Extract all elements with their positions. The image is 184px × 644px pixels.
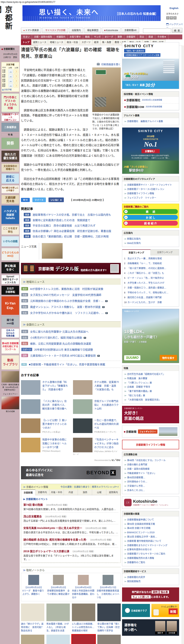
recommend-card[interactable]: 一生に一度の検査で、がんの遺伝的傾向を調べる PR(株式会社ユーグレナ) [73,418,121,433]
related-link[interactable]: 信長の愛刀「薬研藤四郎」初公開 京都・建勲神社、刀匠が再現 [32,235,109,238]
search-input[interactable] [143,28,171,33]
special-link[interactable]: 吉村芳生作品展「超絶技巧を超えて」 [124,372,177,376]
shinto-city-ad-1[interactable]: SHINTO CITY 「東京」駅へ直通30分大型複合施設エリア コクーンシティ… [122,42,179,89]
english-link[interactable]: English [170,7,183,10]
business-link[interactable]: 京都新聞後援申請について [124,518,177,522]
facebook-like-button[interactable]: いいね！ 0 [48,198,64,202]
note-card[interactable]: 【2019年5月1日】 彦根警官射殺事件 全ての警官に拳銃必要か [47,575,70,599]
events-tab[interactable]: 洛西 [78,490,92,495]
ranking-item[interactable]: これが「隕石から… 初「流星刀」も [124,272,177,275]
font-size-button[interactable]: 中 [170,16,173,20]
pr-photo-card[interactable]: PR BMWと東北建築めぐりの旅へ、快適なドライブを叶える先進の機能とは？ wi… [21,635,44,644]
side-ad-banner[interactable]: 京都新聞データベース 日経テレコン [1,113,19,121]
business-link[interactable]: 京都碁所のご案内 [124,560,177,565]
business-link[interactable]: 第55回 全国高校将棋竜王戦 [124,522,177,526]
main-tab[interactable]: 地域ニュース [48,39,65,45]
suumo-button[interactable]: 物件を探す [160,355,177,361]
events-tab[interactable]: 京都市内 [35,490,50,495]
category-bar-item[interactable]: 老舗案内 [54,34,68,39]
events-tab[interactable]: 滋賀県内 [106,490,121,495]
ad-tieup-link[interactable]: 第48回「お話を絵にする」コンクール [124,458,177,462]
related-link[interactable]: 金閣寺に足利義満が造成した幻の池 発掘調査で [32,219,90,222]
digital-edition-banner[interactable]: 京都新聞 デジタル版 他府県の方も読めます!! [21,263,121,274]
recruit-row[interactable]: ◆ 京都新聞社 2020年4月入社採用情報 [122,97,179,104]
recommend-card[interactable]: 「先見のベンチャーキャピタル」が持つ独自のプロセスに迫る PR(Forbes J… [73,438,121,455]
side-ad-banner[interactable]: 旬の献立を探しに 小平泰子 [1,185,19,193]
article-photo[interactable] [92,68,121,112]
digital-media-link[interactable]: フェイスブック ツイッター [124,196,177,200]
recommend-card[interactable]: ホテル激増の京都「料金下がった」「稼働落ちた」 同業者の嘆き [21,380,69,395]
recommend-card[interactable]: ホテル閉館、従業員70人解雇 京都・温泉「大家族の湯」も [73,380,121,395]
recommend-card[interactable]: 「バスに乗れない」住民の声 京都市バス、観光客の乗り場分離へ [21,399,69,414]
main-tab[interactable]: スポーツ [80,39,92,45]
scrollbar[interactable]: ▲ [182,11,184,644]
ad-tieup-link[interactable]: 京都・滋賀の病院検索 [124,467,177,471]
pr-photo-card[interactable]: PR 持病があっても入れる人気医療保険とは？ pr.healthinsuranc… [46,635,70,644]
event-item[interactable]: 2019 国立ボリショイサーカス京都公演 （2019年05月11日 掲載） 高度… [23,548,118,563]
news-link[interactable]: 女子中学生62人がかゆみや腫れ訴え ソフトテニス応援中、… [30,312,104,314]
side-ad-banner[interactable]: こころを託す 華包 [1,226,19,235]
category-bar-item[interactable]: その他▼ [155,34,169,39]
event-title[interactable]: 謎の蒔絵師 永田友治 -尾形光琳の後継者を名乗った男- [23,538,87,541]
main-tab[interactable]: トップ [21,39,31,45]
side-ad-banner[interactable]: 撮り鉄 web版 [1,316,19,327]
subscribe-button[interactable]: 購 読 [123,209,178,214]
events-tab[interactable]: 丹後・中丹 [50,490,64,495]
news-photo-thumb[interactable] [42,243,63,259]
category-bar-item[interactable]: サンガ [92,34,103,39]
recommend-card[interactable]: 京阪グループの専門店街に 大丸撤退のラクト山科 [73,399,121,414]
side-ad-banner[interactable]: Ki-Yan Exp. [1,296,19,315]
photogallery-banner[interactable]: ◆ 京都新聞 フォトギャラリー [122,426,179,438]
special-link[interactable]: 「大徳寺龍光院 国宝曜変天目」 [124,398,177,402]
events-tab[interactable]: 山城 [92,490,106,495]
event-item[interactable]: 茂山狂言鑑賞会 （2019年05月14日 掲載） 茂山千五郎家一門による茂山狂言… [23,513,118,524]
special-link[interactable]: 「川勝コレクション」展 [124,381,177,385]
news-link[interactable]: AIが感情やストレス分析、業務改善に活用 村田製が実証実験 [30,288,103,290]
ad-tieup-link[interactable]: 京都の頼れる専門家 [124,462,177,467]
service-button[interactable]: 出版案内 [69,28,83,33]
ranking-item[interactable]: 虫よけスプレー嫌… 用務員を懲戒 [124,257,177,260]
side-ad-banner[interactable]: 隠れた刃 優生保護法 [1,150,19,162]
service-button[interactable]: 京都新聞AR [122,28,139,33]
ranking-item[interactable]: 不明のゆうパック… で、荷物は積んだ… [124,291,177,294]
business-link[interactable]: 第32回 京都私立中学・高校… [124,535,177,539]
recommend-photo-card[interactable]: 熊本電鉄で脱線、けが人なし 2年前も発生、調査官を派遣 [46,604,70,632]
side-ad-banner[interactable]: いきもの図鑑 [1,236,19,246]
business-link[interactable]: 京都新聞デジタルサイネージのご案内 [124,552,177,556]
business-link[interactable]: BIWAKOビエンナーレ2019 [124,530,177,535]
press-club-ad[interactable]: 日本記者クラブ [122,604,150,617]
digital-media-link[interactable]: 京都新聞ライフライン情報 [124,192,177,196]
category-bar-item[interactable]: 京都・滋賀の病院 [32,34,54,39]
events-quick-links[interactable]: 今日の運勢｜交通取り締まり｜携帯カメラでパシャッP～! [60,485,119,488]
business-link[interactable]: 第40回 京都少年王将戦 [124,526,177,530]
side-ad-banner[interactable]: 文化庁 京都移転 [1,286,19,295]
news-link[interactable]: 20年都市対抗野球は11月 東京五輪開催で日程調整 [34,348,93,351]
special-link[interactable]: 「裏千家所蔵の優品」展 [124,389,177,394]
news-link[interactable]: 小3男児が川で溺れ死亡、福岡 同級生は救助 [30,336,82,339]
ad-tieup-link[interactable]: 子宮頸がん予防… [124,484,177,488]
recommend-photo-card[interactable]: 謎の「姉川クラゲ」滋賀名物に 食用可能？製品化探る [21,604,44,632]
side-ad-banner[interactable]: 葵祭 [1,138,19,149]
events-tab[interactable]: 京都新聞 [21,490,35,495]
digital-media-link[interactable]: 京都新聞データベース×日経テレコン [124,187,177,192]
ad-guide-link[interactable]: 新聞広告案内 [124,237,177,241]
pr-link[interactable]: ■京都新聞・不動産検索サイト「住まい」、売買や賃貸情報を掲載 [29,363,105,366]
category-bar-item[interactable]: 住まい [21,34,32,39]
main-tab[interactable]: 株・為替 [101,39,113,45]
lifeline-banner[interactable]: 京都新聞ライフライン情報 [122,440,179,449]
print-link[interactable]: 印刷用画面を開く [101,63,121,66]
event-item[interactable]: 安珠写真展 InvisibleKyoto 一目に見えぬ平安京一 （2019年05… [23,524,118,536]
font-size-button[interactable]: 小 [166,16,170,20]
category-bar-item[interactable]: 鉄道 [146,34,155,39]
pr-photo-card[interactable]: PR がんとお金 患者に聞いた闘病生活とは がん保険 byアフラック [97,635,121,644]
news-link[interactable]: 元料理旅館の小屋や隣接のわらぶき宗教施設が全焼 京都・… [30,300,104,302]
ranking-item[interactable]: カーテンにもたれ… 生けが 京都 [124,301,177,304]
side-ad-banner[interactable]: 門川市長と ゲストの きょうかん 対談 [1,93,19,112]
search-button[interactable]: 検 索 [172,28,182,33]
side-ad-banner[interactable]: Sprout! 発芽するアーティストたち [1,275,19,284]
ranking-tab-national[interactable]: 全国ランキング [151,250,179,256]
hatena-bookmark-button[interactable]: B! 0 [21,198,30,202]
business-link[interactable]: 京都新聞社まちかどトマトミーティング [124,544,177,548]
service-button[interactable]: マイベストプロ京都 [42,28,68,33]
news-link[interactable]: 女性に振られ駐在所襲撃か 元富山大生の男起訴へ [30,330,89,333]
